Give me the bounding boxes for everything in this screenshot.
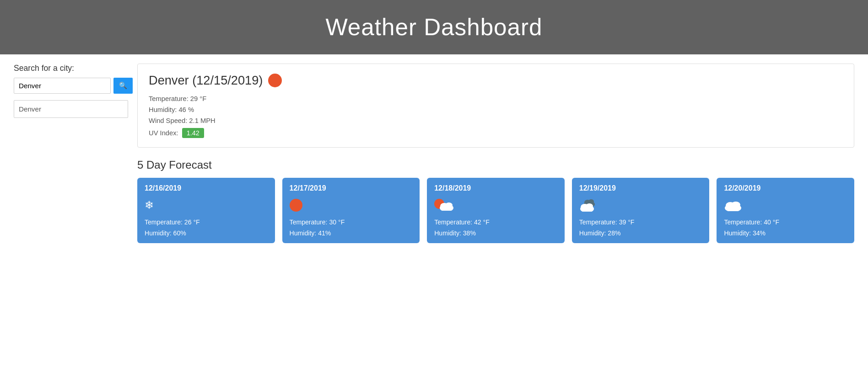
forecast-temperature: Temperature: 26 °F <box>145 218 268 227</box>
suggestion-item[interactable]: Denver <box>14 100 128 118</box>
current-wind-speed: Wind Speed: 2.1 MPH <box>149 117 843 124</box>
uv-badge: 1.42 <box>182 128 204 138</box>
forecast-date: 12/18/2019 <box>434 184 557 192</box>
svg-point-2 <box>445 202 453 208</box>
current-weather-title-row: Denver (12/15/2019) <box>149 73 843 88</box>
forecast-humidity: Humidity: 60% <box>145 229 268 237</box>
forecast-date: 12/20/2019 <box>724 184 847 192</box>
forecast-icon-container <box>579 197 702 213</box>
forecast-temperature: Temperature: 40 °F <box>724 218 847 227</box>
search-input[interactable] <box>14 78 111 94</box>
forecast-icon-container <box>290 197 413 213</box>
search-row: 🔍 <box>14 78 128 94</box>
current-weather-title: Denver (12/15/2019) <box>149 73 263 88</box>
forecast-section: 5 Day Forecast 12/16/2019 ❄ Temperature:… <box>137 159 854 243</box>
header: Weather Dashboard <box>0 0 868 54</box>
current-temperature: Temperature: 29 °F <box>149 95 843 102</box>
forecast-title: 5 Day Forecast <box>137 159 854 171</box>
svg-point-11 <box>731 202 740 208</box>
snow-icon: ❄ <box>145 199 154 212</box>
forecast-humidity: Humidity: 34% <box>724 229 847 237</box>
forecast-date: 12/19/2019 <box>579 184 702 192</box>
uv-label: UV Index: <box>149 129 178 137</box>
forecast-temperature: Temperature: 39 °F <box>579 218 702 227</box>
search-button[interactable]: 🔍 <box>113 78 133 94</box>
forecast-card: 12/18/2019 Temperature: 42 °F Humidity: … <box>427 178 565 243</box>
forecast-temperature: Temperature: 42 °F <box>434 218 557 227</box>
cloud-svg <box>579 202 595 212</box>
partly-cloudy-dark-icon <box>579 198 603 213</box>
forecast-icon-container <box>434 197 557 213</box>
forecast-date: 12/16/2019 <box>145 184 268 192</box>
right-panel: Denver (12/15/2019) Temperature: 29 °F H… <box>137 64 854 243</box>
forecast-humidity: Humidity: 38% <box>434 229 557 237</box>
forecast-card: 12/19/2019 Temperature: 39 °F Humidity: … <box>572 178 710 243</box>
search-icon: 🔍 <box>119 82 127 89</box>
cloud-icon <box>724 199 742 211</box>
current-humidity: Humidity: 46 % <box>149 106 843 113</box>
search-label: Search for a city: <box>14 64 128 73</box>
uv-row: UV Index: 1.42 <box>149 128 843 138</box>
forecast-grid: 12/16/2019 ❄ Temperature: 26 °F Humidity… <box>137 178 854 243</box>
forecast-date: 12/17/2019 <box>290 184 413 192</box>
sun-icon <box>290 199 302 212</box>
forecast-icon-container <box>724 197 847 213</box>
partly-cloudy-sun-icon <box>434 198 456 213</box>
forecast-card: 12/16/2019 ❄ Temperature: 26 °F Humidity… <box>137 178 275 243</box>
forecast-humidity: Humidity: 28% <box>579 229 702 237</box>
cloud-svg <box>439 201 454 211</box>
forecast-card: 12/20/2019 Temperature: 40 °F Humidity: … <box>717 178 854 243</box>
forecast-humidity: Humidity: 41% <box>290 229 413 237</box>
svg-point-8 <box>586 203 593 209</box>
current-weather-sun-icon <box>268 74 282 87</box>
forecast-temperature: Temperature: 30 °F <box>290 218 413 227</box>
current-weather-card: Denver (12/15/2019) Temperature: 29 °F H… <box>137 64 854 148</box>
forecast-card: 12/17/2019 Temperature: 30 °F Humidity: … <box>282 178 420 243</box>
forecast-icon-container: ❄ <box>145 197 268 213</box>
main-content: Search for a city: 🔍 Denver Denver (12/1… <box>0 54 868 252</box>
page-title: Weather Dashboard <box>9 14 859 41</box>
sidebar: Search for a city: 🔍 Denver <box>14 64 128 243</box>
